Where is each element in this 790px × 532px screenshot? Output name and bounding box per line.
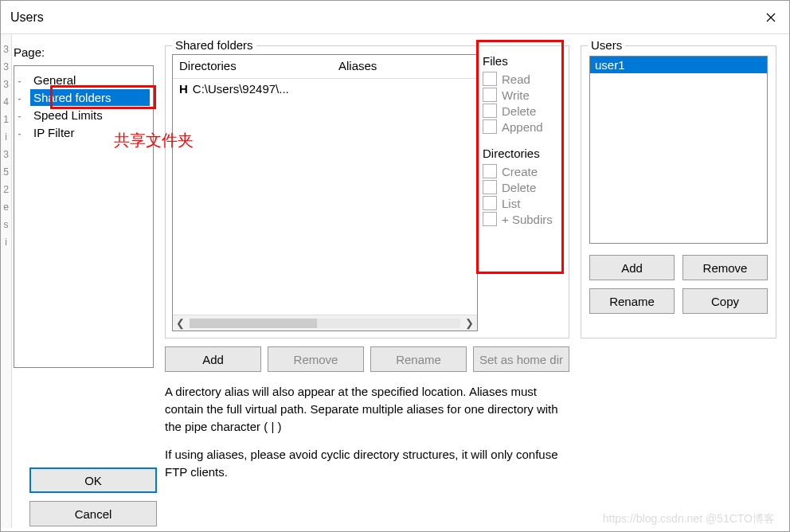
hint-alias: A directory alias will also appear at th… — [165, 383, 569, 435]
perm-dir-delete[interactable]: Delete — [483, 180, 562, 194]
files-perm-title: Files — [483, 54, 562, 68]
scroll-left-icon[interactable]: ❮ — [176, 317, 185, 329]
close-button[interactable] — [753, 1, 789, 34]
tree-item-general[interactable]: General — [30, 72, 150, 88]
horizontal-scrollbar[interactable]: ❮ ❯ — [173, 315, 477, 331]
close-icon — [766, 13, 776, 22]
folder-rename-button[interactable]: Rename — [370, 346, 467, 372]
list-header: Directories Aliases — [173, 55, 477, 79]
perm-subdirs[interactable]: + Subdirs — [483, 212, 562, 226]
hint-cyclic: If using aliases, please avoid cyclic di… — [165, 446, 569, 481]
checkbox-icon[interactable] — [483, 72, 497, 86]
ok-button[interactable]: OK — [29, 467, 157, 493]
titlebar: Users — [1, 1, 789, 34]
window-title: Users — [10, 10, 44, 25]
checkbox-icon[interactable] — [483, 180, 497, 194]
scroll-track[interactable] — [190, 319, 460, 328]
perm-write[interactable]: Write — [483, 88, 562, 102]
users-list[interactable]: user1 — [589, 56, 768, 244]
scroll-thumb[interactable] — [190, 319, 317, 328]
user-row[interactable]: user1 — [590, 57, 767, 73]
directory-row[interactable]: H C:\Users\92497\... — [173, 79, 477, 99]
shared-folders-group: Shared folders Directories Aliases H C:\… — [165, 45, 569, 338]
folder-remove-button[interactable]: Remove — [268, 346, 364, 372]
perm-read[interactable]: Read — [483, 72, 562, 86]
user-add-button[interactable]: Add — [589, 255, 675, 280]
col-header-directories[interactable]: Directories — [173, 55, 332, 78]
directory-path: C:\Users\92497\... — [193, 82, 289, 96]
checkbox-icon[interactable] — [483, 119, 497, 134]
page-label: Page: — [14, 45, 154, 59]
annotation-text: 共享文件夹 — [114, 130, 194, 151]
watermark: https://blog.csdn.net @51CTO博客 — [603, 512, 775, 526]
user-rename-button[interactable]: Rename — [589, 288, 675, 314]
directories-list[interactable]: Directories Aliases H C:\Users\92497\...… — [172, 54, 478, 331]
checkbox-icon[interactable] — [483, 104, 497, 118]
perm-delete[interactable]: Delete — [483, 104, 562, 118]
folder-sethome-button[interactable]: Set as home dir — [473, 346, 569, 372]
shared-folders-legend: Shared folders — [172, 38, 256, 52]
permissions-column: Files Read Write Delete Append Directori… — [483, 54, 562, 331]
checkbox-icon[interactable] — [483, 164, 497, 178]
users-legend: Users — [588, 38, 625, 52]
home-marker: H — [179, 82, 188, 96]
cancel-button[interactable]: Cancel — [29, 501, 157, 526]
checkbox-icon[interactable] — [483, 88, 497, 102]
page-tree[interactable]: General Shared folders Speed Limits IP F… — [14, 65, 154, 368]
users-dialog: Users 33341i352esi Page: General Shared … — [0, 0, 790, 532]
col-header-aliases[interactable]: Aliases — [332, 55, 477, 78]
user-remove-button[interactable]: Remove — [682, 255, 768, 280]
perm-append[interactable]: Append — [483, 119, 562, 134]
dirs-perm-title: Directories — [483, 147, 562, 160]
folder-add-button[interactable]: Add — [165, 346, 261, 372]
perm-create[interactable]: Create — [483, 164, 562, 178]
checkbox-icon[interactable] — [483, 212, 497, 226]
scroll-right-icon[interactable]: ❯ — [465, 317, 474, 329]
user-copy-button[interactable]: Copy — [682, 288, 768, 314]
tree-item-speed-limits[interactable]: Speed Limits — [30, 107, 150, 123]
tree-item-shared-folders[interactable]: Shared folders — [30, 89, 150, 106]
checkbox-icon[interactable] — [483, 196, 497, 210]
users-group: Users user1 Add Remove Rename Copy — [581, 45, 776, 338]
perm-list[interactable]: List — [483, 196, 562, 210]
